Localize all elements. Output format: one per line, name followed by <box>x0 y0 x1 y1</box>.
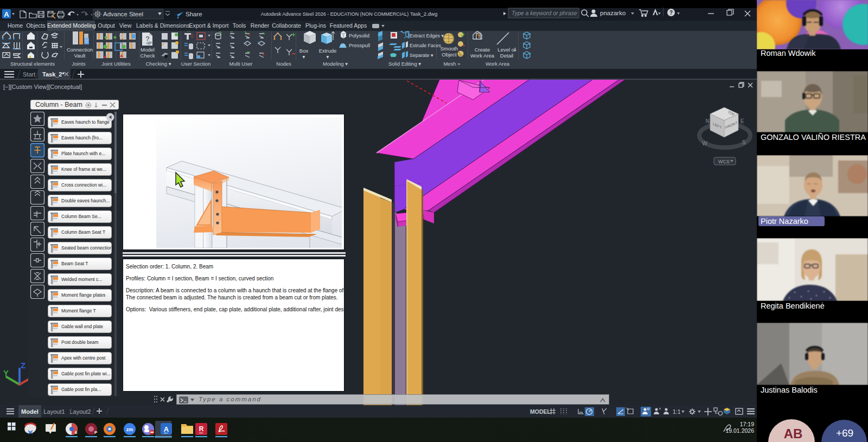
svg-text:?: ? <box>669 10 673 16</box>
svg-text:A: A <box>4 10 9 18</box>
svg-text:Y: Y <box>3 368 9 377</box>
svg-text:P: P <box>94 430 98 435</box>
svg-text:Share: Share <box>186 11 202 17</box>
svg-text:Autodesk Advance Steel 2026 -: Autodesk Advance Steel 2026 - EDUCATION … <box>261 11 409 17</box>
svg-text:R: R <box>199 425 204 433</box>
svg-text:Z: Z <box>21 361 25 370</box>
svg-text:Start: Start <box>23 71 35 78</box>
svg-text:Layout2: Layout2 <box>69 408 91 415</box>
svg-text:Type a keyword or phrase: Type a keyword or phrase <box>512 10 577 16</box>
svg-text:AEG: AEG <box>164 432 168 434</box>
svg-text:Layout1: Layout1 <box>43 408 65 415</box>
svg-text:PRO: PRO <box>199 432 203 434</box>
svg-text:S: S <box>742 139 746 145</box>
svg-text:17:19: 17:19 <box>740 421 754 427</box>
svg-text:WCS: WCS <box>718 159 730 164</box>
svg-text:19.01.2026: 19.01.2026 <box>725 427 754 434</box>
svg-text:N: N <box>705 118 709 124</box>
svg-text:pnazarko: pnazarko <box>600 10 626 16</box>
svg-text:Task_2.dwg: Task_2.dwg <box>410 11 437 17</box>
svg-text:E: E <box>741 118 744 124</box>
svg-text:Task_2*: Task_2* <box>42 71 65 78</box>
svg-text:Advance Steel: Advance Steel <box>103 11 143 17</box>
svg-text:W: W <box>702 140 707 146</box>
svg-text:6: 6 <box>75 430 78 435</box>
svg-text:Model: Model <box>21 408 39 415</box>
svg-text:zm: zm <box>126 427 133 432</box>
svg-text:[−][Custom View][Conceptual]: [−][Custom View][Conceptual] <box>3 84 82 90</box>
svg-text:MODEL: MODEL <box>530 408 551 415</box>
svg-text:1:1: 1:1 <box>673 408 681 415</box>
